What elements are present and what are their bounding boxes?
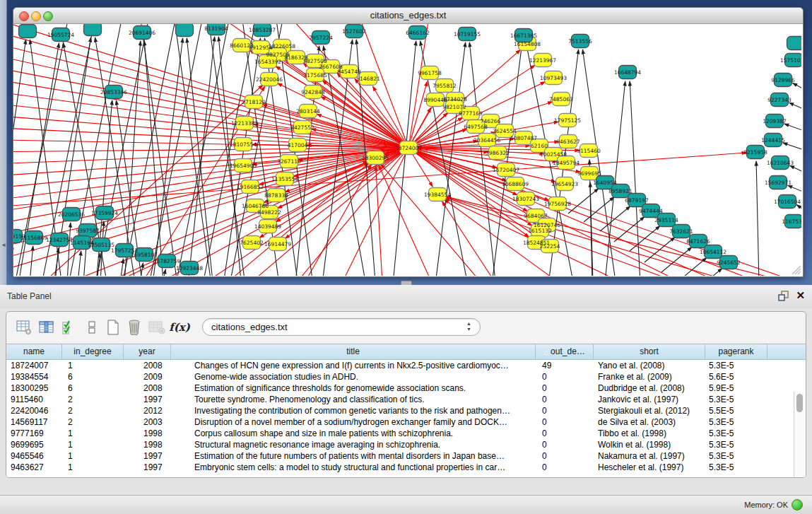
column-header-year[interactable]: year (124, 344, 171, 359)
table-panel-header: Table Panel ✕ (0, 285, 812, 308)
graph-node-label: 1615132 (528, 228, 552, 234)
cell-title: Corpus callosum shape and size in male p… (171, 428, 536, 439)
graph-node-label: 15720407 (493, 167, 519, 173)
cell-in-degree: 1 (62, 450, 124, 462)
column-header-indegree[interactable]: in_degree (62, 344, 124, 359)
graph-node-label: 7957224 (309, 35, 333, 41)
graph-node-label: 8958921 (608, 188, 632, 194)
table-row[interactable]: 1938455462009Genome-wide association stu… (6, 371, 794, 382)
panel-collapse-icon[interactable]: ◄ (1, 242, 6, 248)
graph-node-label: 16914479 (264, 241, 291, 247)
graph-node-label: 9146821 (356, 76, 380, 82)
float-window-icon[interactable] (778, 291, 789, 302)
cell-short: Hescheler et al. (1997) (594, 462, 705, 473)
table-selector-dropdown[interactable]: citations_edges.txt ▲▼ (202, 318, 481, 336)
graph-node-label: 6497568 (464, 124, 488, 130)
show-columns-icon[interactable] (37, 317, 56, 337)
vertical-scrollbar[interactable] (794, 392, 805, 477)
cell-name: 19384554 (6, 371, 62, 382)
cell-pagerank: 5.3E-5 (705, 450, 767, 462)
table-row[interactable]: 946362711997Embryonic stem cells: a mode… (6, 462, 794, 473)
table-row[interactable]: 969969511998Structural magnetic resonanc… (6, 439, 794, 450)
cell-pagerank: 5.6E-5 (705, 371, 767, 382)
table-row[interactable]: 1456911722003Disruption of a novel membe… (6, 416, 794, 428)
cell-out-degree: 0 (536, 416, 594, 428)
graph-node-label: 9129966 (771, 77, 795, 83)
graph-node-label: 7625402 (240, 240, 264, 246)
cell-in-degree: 1 (62, 439, 124, 450)
function-builder-icon[interactable]: f(x) (170, 317, 189, 337)
new-column-icon[interactable] (104, 317, 122, 337)
table-row[interactable]: 977716911998Corpus callosum shape and si… (6, 428, 794, 439)
cell-pagerank: 5.9E-5 (705, 382, 767, 394)
graph-node-label: 2803144 (296, 108, 320, 115)
cell-in-degree: 6 (62, 382, 124, 394)
table-row[interactable]: 1872400712008Changes of HCN gene express… (6, 360, 794, 371)
column-header-filler (767, 344, 806, 359)
column-header-name[interactable]: name (6, 344, 62, 359)
network-view-window: citations_edges.txt 18724007183002951938… (13, 7, 804, 277)
cell-title: Estimation of the future numbers of pati… (171, 450, 536, 462)
cell-out-degree: 0 (536, 382, 594, 394)
graph-node-label: 18226058 (269, 43, 295, 49)
table-row[interactable]: 911546021997Tourette syndrome. Phenomeno… (6, 394, 794, 405)
graph-node-label: 3624554 (493, 128, 517, 134)
cell-short: Wolkin et al. (1998) (594, 439, 705, 450)
graph-node-label: 10654112 (700, 249, 726, 255)
graph-node-unlabeled[interactable] (787, 37, 802, 50)
cell-out-degree: 0 (536, 428, 594, 439)
graph-edge (796, 205, 801, 213)
graph-node-label: 10719155 (454, 31, 481, 37)
graph-node-unlabeled[interactable] (19, 25, 37, 38)
table-row[interactable]: 946554611997Estimation of the future num… (6, 450, 794, 462)
graph-node-label: 9227343 (767, 97, 792, 103)
graph-node-label: 1167533 (782, 218, 801, 225)
window-resize-grip[interactable] (790, 264, 801, 275)
graph-node-label: 15751074 (780, 57, 801, 64)
graph-node-label: 8878334 (264, 192, 288, 199)
cell-year: 2012 (124, 405, 171, 416)
column-header-outde[interactable]: △out_de… (536, 344, 594, 359)
cell-year: 2009 (124, 371, 171, 382)
graph-node-label: 16782759 (153, 258, 180, 264)
graph-node-label: 9463627 (556, 139, 580, 145)
column-header-pagerank[interactable]: pagerank (705, 344, 767, 359)
cell-title: Genome-wide association studies in ADHD. (171, 371, 536, 382)
graph-edge (435, 42, 466, 276)
graph-edge (381, 164, 481, 276)
network-canvas[interactable]: 1872400718300295193845548660123891295418… (13, 24, 801, 276)
column-header-short[interactable]: short (594, 344, 705, 359)
memory-ok-indicator-icon[interactable] (792, 499, 803, 510)
row-height-icon[interactable] (83, 317, 101, 337)
column-header-title[interactable]: title (171, 344, 536, 359)
cell-title: Tourette syndrome. Phenomenology and cla… (171, 394, 536, 405)
cell-year: 1997 (124, 450, 171, 462)
graph-node-label: 8471626 (686, 238, 710, 245)
network-window-titlebar[interactable]: citations_edges.txt (13, 8, 803, 24)
graph-node-unlabeled[interactable] (176, 24, 194, 37)
cell-name: 9115460 (6, 394, 62, 405)
graph-node-unlabeled[interactable] (84, 24, 102, 36)
cell-out-degree: 0 (536, 405, 594, 416)
graph-node-label: 20691406 (129, 30, 155, 36)
cell-year: 1997 (124, 462, 171, 473)
cell-out-degree: 0 (536, 439, 594, 450)
graph-node-label: 7485063 (549, 96, 573, 103)
table-row[interactable]: 2242004622012Investigating the contribut… (6, 405, 794, 416)
memory-status-label[interactable]: Memory: OK (744, 501, 788, 509)
close-panel-icon[interactable]: ✕ (796, 289, 805, 302)
scrollbar-thumb[interactable] (796, 394, 803, 412)
table-mode-icon[interactable] (15, 317, 33, 337)
graph-node-label: 12213383 (231, 120, 258, 127)
cell-short: de Silva et al. (2003) (594, 416, 705, 428)
cell-year: 2003 (124, 416, 171, 428)
graph-node-label: 8215958 (743, 149, 767, 156)
select-columns-icon[interactable] (60, 317, 78, 337)
graph-edge (78, 251, 81, 276)
graph-node-label: 16648794 (614, 69, 641, 76)
delete-column-icon[interactable] (125, 317, 143, 337)
delete-table-icon[interactable] (148, 317, 166, 337)
cell-short: Dudbridge et al. (2008) (594, 382, 705, 394)
sort-ascending-icon: △ (543, 349, 548, 356)
table-row[interactable]: 1830029562008Estimation of significance … (6, 382, 794, 394)
